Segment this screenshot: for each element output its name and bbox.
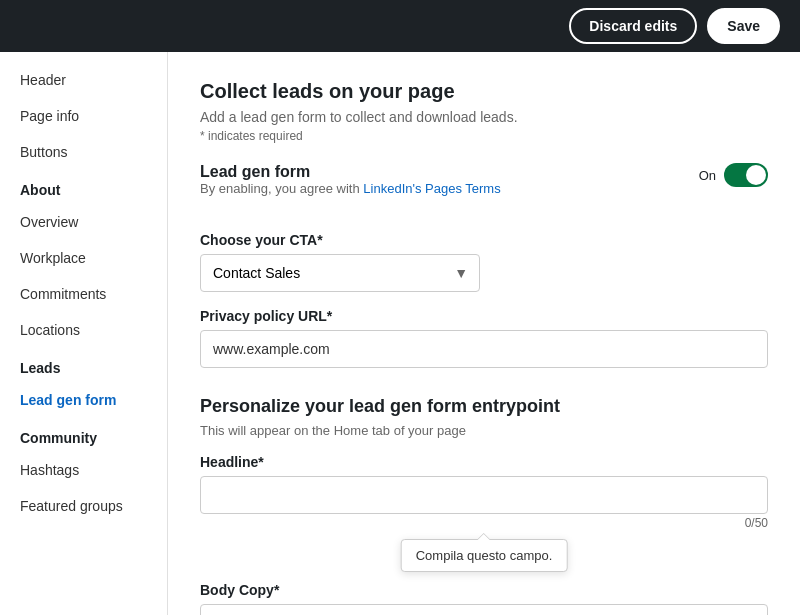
sidebar-item-commitments[interactable]: Commitments <box>0 276 167 312</box>
toggle-container: On <box>699 163 768 187</box>
lead-gen-desc-prefix: By enabling, you agree with <box>200 181 363 196</box>
sidebar-item-locations[interactable]: Locations <box>0 312 167 348</box>
sidebar-section-leads: Leads <box>0 348 167 382</box>
save-button[interactable]: Save <box>707 8 780 44</box>
top-bar: Discard edits Save <box>0 0 800 52</box>
main-layout: Header Page info Buttons About Overview … <box>0 52 800 615</box>
privacy-label: Privacy policy URL* <box>200 308 768 324</box>
linkedin-pages-terms-link[interactable]: LinkedIn's Pages Terms <box>363 181 500 196</box>
body-copy-input[interactable] <box>200 604 768 615</box>
cta-select[interactable]: Contact Sales Learn More Sign Up Registe… <box>200 254 480 292</box>
personalize-desc: This will appear on the Home tab of your… <box>200 423 768 438</box>
lead-gen-form-desc: By enabling, you agree with LinkedIn's P… <box>200 181 501 196</box>
headline-label: Headline* <box>200 454 768 470</box>
sidebar-item-buttons[interactable]: Buttons <box>0 134 167 170</box>
cta-select-wrapper: Contact Sales Learn More Sign Up Registe… <box>200 254 480 292</box>
toggle-label: On <box>699 168 716 183</box>
lead-gen-form-info: Lead gen form By enabling, you agree wit… <box>200 163 501 216</box>
headline-wrapper: Compila questo campo. 0/50 <box>200 476 768 530</box>
body-copy-label: Body Copy* <box>200 582 768 598</box>
subtitle: Add a lead gen form to collect and downl… <box>200 109 768 125</box>
required-note: * indicates required <box>200 129 768 143</box>
content-area: Collect leads on your page Add a lead ge… <box>168 52 800 615</box>
cta-label: Choose your CTA* <box>200 232 768 248</box>
sidebar-item-header[interactable]: Header <box>0 62 167 98</box>
tooltip-bubble: Compila questo campo. <box>401 539 568 572</box>
sidebar: Header Page info Buttons About Overview … <box>0 52 168 615</box>
page-heading: Collect leads on your page <box>200 80 768 103</box>
headline-input[interactable] <box>200 476 768 514</box>
lead-gen-form-row: Lead gen form By enabling, you agree wit… <box>200 163 768 216</box>
toggle-thumb <box>746 165 766 185</box>
sidebar-section-community: Community <box>0 418 167 452</box>
sidebar-section-about: About <box>0 170 167 204</box>
personalize-heading: Personalize your lead gen form entrypoin… <box>200 396 768 417</box>
headline-char-count: 0/50 <box>200 516 768 530</box>
sidebar-item-page-info[interactable]: Page info <box>0 98 167 134</box>
discard-button[interactable]: Discard edits <box>569 8 697 44</box>
sidebar-item-hashtags[interactable]: Hashtags <box>0 452 167 488</box>
sidebar-item-workplace[interactable]: Workplace <box>0 240 167 276</box>
sidebar-item-featured-groups[interactable]: Featured groups <box>0 488 167 524</box>
sidebar-item-overview[interactable]: Overview <box>0 204 167 240</box>
sidebar-item-lead-gen-form[interactable]: Lead gen form <box>0 382 167 418</box>
lead-gen-toggle[interactable] <box>724 163 768 187</box>
privacy-url-input[interactable] <box>200 330 768 368</box>
lead-gen-form-label: Lead gen form <box>200 163 501 181</box>
